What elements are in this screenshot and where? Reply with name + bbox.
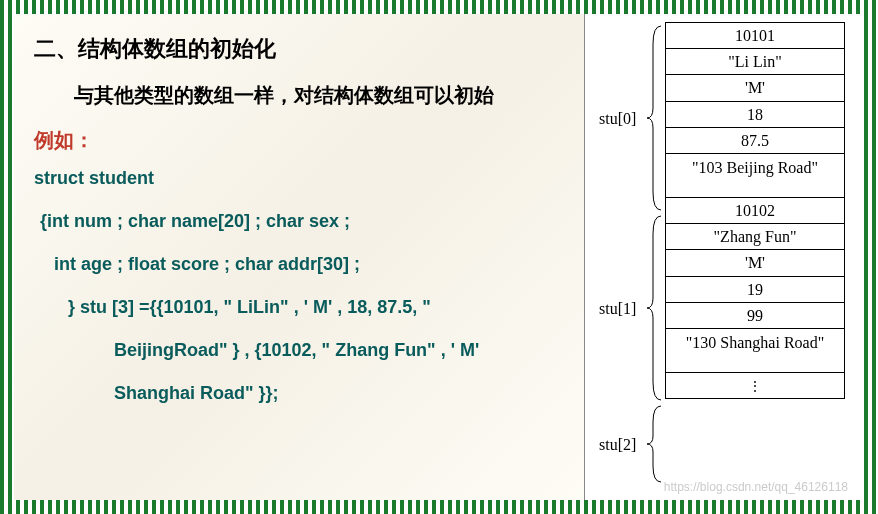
table-cell: ⋮ xyxy=(666,373,844,399)
body-paragraph: 与其他类型的数组一样，对结构体数组可以初始 xyxy=(34,82,574,109)
table-cell: 10101 xyxy=(666,23,844,49)
code-line-5: BeijingRoad" } , {10102, " Zhang Fun" , … xyxy=(34,340,574,361)
table-cell: 87.5 xyxy=(666,128,844,154)
memory-diagram: 10101 "Li Lin" 'M' 18 87.5 "103 Beijing … xyxy=(584,14,864,500)
table-cell: 'M' xyxy=(666,250,844,276)
struct-array-table: 10101 "Li Lin" 'M' 18 87.5 "103 Beijing … xyxy=(665,22,845,399)
code-line-2: {int num ; char name[20] ; char sex ; xyxy=(34,211,574,232)
example-label: 例如： xyxy=(34,127,574,154)
table-cell: 'M' xyxy=(666,75,844,101)
table-cell: 18 xyxy=(666,102,844,128)
code-line-4: } stu [3] ={{10101, " LiLin" , ' M' , 18… xyxy=(34,297,574,318)
array-index-label: stu[1] xyxy=(599,300,636,318)
table-cell: "103 Beijing Road" xyxy=(666,154,844,198)
array-index-label: stu[2] xyxy=(599,436,636,454)
table-cell: 10102 xyxy=(666,198,844,224)
array-index-label: stu[0] xyxy=(599,110,636,128)
table-cell: 19 xyxy=(666,277,844,303)
slide-container: 二、结构体数组的初始化 与其他类型的数组一样，对结构体数组可以初始 例如： st… xyxy=(14,14,864,500)
code-line-3: int age ; float score ; char addr[30] ; xyxy=(34,254,574,275)
brace-icon xyxy=(647,214,665,402)
vertical-dots-icon: ⋮ xyxy=(748,383,762,390)
text-content-area: 二、结构体数组的初始化 与其他类型的数组一样，对结构体数组可以初始 例如： st… xyxy=(14,14,584,500)
brace-icon xyxy=(647,404,665,484)
brace-icon xyxy=(647,24,665,212)
code-line-1: struct student xyxy=(34,168,574,189)
table-cell: 99 xyxy=(666,303,844,329)
table-cell: "Li Lin" xyxy=(666,49,844,75)
watermark-text: https://blog.csdn.net/qq_46126118 xyxy=(664,480,848,494)
table-cell: "130 Shanghai Road" xyxy=(666,329,844,373)
table-cell: "Zhang Fun" xyxy=(666,224,844,250)
section-heading: 二、结构体数组的初始化 xyxy=(34,34,574,64)
code-line-6: Shanghai Road" }}; xyxy=(34,383,574,404)
